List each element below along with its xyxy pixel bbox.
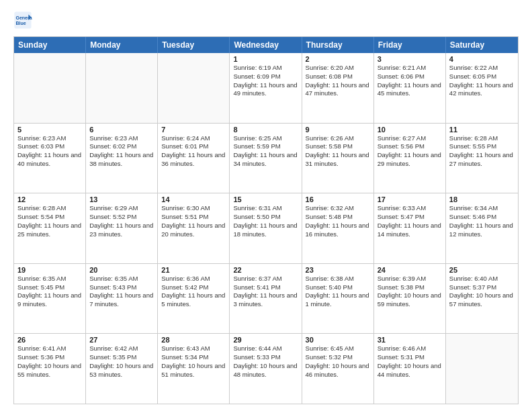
day-number: 10 (378, 126, 442, 134)
day-info: Sunrise: 6:46 AMSunset: 5:31 PMDaylight:… (378, 345, 442, 379)
day-number: 30 (306, 336, 370, 344)
day-cell: 25Sunrise: 6:40 AMSunset: 5:37 PMDayligh… (446, 264, 518, 334)
week-row-5: 26Sunrise: 6:41 AMSunset: 5:36 PMDayligh… (14, 333, 518, 404)
day-cell: 27Sunrise: 6:42 AMSunset: 5:35 PMDayligh… (86, 334, 158, 404)
day-number: 3 (378, 55, 442, 63)
day-number: 2 (306, 55, 370, 63)
day-info: Sunrise: 6:39 AMSunset: 5:38 PMDaylight:… (378, 275, 442, 309)
day-cell: 16Sunrise: 6:32 AMSunset: 5:48 PMDayligh… (302, 193, 374, 263)
day-number: 5 (17, 126, 82, 134)
day-cell: 15Sunrise: 6:31 AMSunset: 5:50 PMDayligh… (230, 193, 302, 263)
day-info: Sunrise: 6:20 AMSunset: 6:08 PMDaylight:… (306, 64, 370, 98)
day-number: 14 (161, 195, 226, 203)
day-cell: 9Sunrise: 6:26 AMSunset: 5:58 PMDaylight… (302, 124, 374, 193)
day-info: Sunrise: 6:26 AMSunset: 5:58 PMDaylight:… (306, 134, 370, 169)
day-header-wednesday: Wednesday (230, 37, 302, 53)
day-cell: 21Sunrise: 6:36 AMSunset: 5:42 PMDayligh… (158, 264, 230, 334)
day-info: Sunrise: 6:30 AMSunset: 5:51 PMDaylight:… (161, 204, 226, 238)
day-cell: 31Sunrise: 6:46 AMSunset: 5:31 PMDayligh… (374, 334, 446, 404)
day-number: 8 (233, 126, 298, 134)
day-cell (446, 334, 518, 404)
day-number: 29 (233, 336, 298, 344)
day-info: Sunrise: 6:25 AMSunset: 5:59 PMDaylight:… (233, 134, 298, 169)
day-number: 18 (449, 195, 515, 203)
day-number: 22 (233, 266, 298, 274)
day-cell: 8Sunrise: 6:25 AMSunset: 5:59 PMDaylight… (230, 124, 302, 193)
day-header-sunday: Sunday (14, 37, 86, 53)
day-number: 26 (17, 336, 82, 344)
day-info: Sunrise: 6:35 AMSunset: 5:45 PMDaylight:… (17, 275, 82, 309)
day-number: 24 (378, 266, 442, 274)
day-cell: 18Sunrise: 6:34 AMSunset: 5:46 PMDayligh… (446, 193, 518, 263)
week-row-4: 19Sunrise: 6:35 AMSunset: 5:45 PMDayligh… (14, 263, 518, 334)
day-number: 4 (449, 55, 515, 63)
week-row-2: 5Sunrise: 6:23 AMSunset: 6:03 PMDaylight… (14, 123, 518, 193)
day-info: Sunrise: 6:33 AMSunset: 5:47 PMDaylight:… (378, 204, 442, 238)
day-header-friday: Friday (374, 37, 446, 53)
day-cell: 26Sunrise: 6:41 AMSunset: 5:36 PMDayligh… (14, 334, 86, 404)
weeks: 1Sunrise: 6:19 AMSunset: 6:09 PMDaylight… (14, 53, 518, 404)
day-cell: 13Sunrise: 6:29 AMSunset: 5:52 PMDayligh… (86, 193, 158, 263)
day-cell: 2Sunrise: 6:20 AMSunset: 6:08 PMDaylight… (302, 53, 374, 123)
day-info: Sunrise: 6:36 AMSunset: 5:42 PMDaylight:… (161, 275, 226, 309)
day-headers: SundayMondayTuesdayWednesdayThursdayFrid… (14, 37, 518, 53)
day-cell (86, 53, 158, 123)
logo: General Blue (13, 11, 35, 30)
day-cell: 17Sunrise: 6:33 AMSunset: 5:47 PMDayligh… (374, 193, 446, 263)
day-info: Sunrise: 6:21 AMSunset: 6:06 PMDaylight:… (378, 64, 442, 98)
day-cell: 24Sunrise: 6:39 AMSunset: 5:38 PMDayligh… (374, 264, 446, 334)
day-info: Sunrise: 6:38 AMSunset: 5:40 PMDaylight:… (306, 275, 370, 309)
header: General Blue (13, 11, 519, 30)
day-info: Sunrise: 6:42 AMSunset: 5:35 PMDaylight:… (89, 345, 154, 379)
day-cell: 19Sunrise: 6:35 AMSunset: 5:45 PMDayligh… (14, 264, 86, 334)
page: General Blue SundayMondayTuesdayWednesda… (0, 0, 532, 411)
day-number: 6 (89, 126, 154, 134)
day-number: 28 (161, 336, 226, 344)
day-info: Sunrise: 6:35 AMSunset: 5:43 PMDaylight:… (89, 275, 154, 309)
day-number: 7 (161, 126, 226, 134)
day-number: 27 (89, 336, 154, 344)
day-cell: 28Sunrise: 6:43 AMSunset: 5:34 PMDayligh… (158, 334, 230, 404)
day-info: Sunrise: 6:44 AMSunset: 5:33 PMDaylight:… (233, 345, 298, 379)
day-cell: 1Sunrise: 6:19 AMSunset: 6:09 PMDaylight… (230, 53, 302, 123)
day-number: 9 (306, 126, 370, 134)
day-number: 12 (17, 195, 82, 203)
day-number: 21 (161, 266, 226, 274)
day-cell: 12Sunrise: 6:28 AMSunset: 5:54 PMDayligh… (14, 193, 86, 263)
day-number: 31 (378, 336, 442, 344)
day-cell: 20Sunrise: 6:35 AMSunset: 5:43 PMDayligh… (86, 264, 158, 334)
day-info: Sunrise: 6:27 AMSunset: 5:56 PMDaylight:… (378, 134, 442, 169)
day-number: 13 (89, 195, 154, 203)
day-info: Sunrise: 6:32 AMSunset: 5:48 PMDaylight:… (306, 204, 370, 238)
day-cell: 22Sunrise: 6:37 AMSunset: 5:41 PMDayligh… (230, 264, 302, 334)
day-number: 20 (89, 266, 154, 274)
svg-rect-0 (14, 11, 31, 28)
day-cell: 11Sunrise: 6:28 AMSunset: 5:55 PMDayligh… (446, 124, 518, 193)
day-info: Sunrise: 6:37 AMSunset: 5:41 PMDaylight:… (233, 275, 298, 309)
day-info: Sunrise: 6:19 AMSunset: 6:09 PMDaylight:… (233, 64, 298, 98)
day-cell: 23Sunrise: 6:38 AMSunset: 5:40 PMDayligh… (302, 264, 374, 334)
day-number: 1 (233, 55, 298, 63)
day-info: Sunrise: 6:41 AMSunset: 5:36 PMDaylight:… (17, 345, 82, 379)
day-cell: 3Sunrise: 6:21 AMSunset: 6:06 PMDaylight… (374, 53, 446, 123)
day-cell: 29Sunrise: 6:44 AMSunset: 5:33 PMDayligh… (230, 334, 302, 404)
day-number: 15 (233, 195, 298, 203)
day-info: Sunrise: 6:28 AMSunset: 5:55 PMDaylight:… (449, 134, 515, 169)
day-number: 17 (378, 195, 442, 203)
day-header-saturday: Saturday (446, 37, 518, 53)
day-header-tuesday: Tuesday (158, 37, 230, 53)
day-info: Sunrise: 6:28 AMSunset: 5:54 PMDaylight:… (17, 204, 82, 238)
day-number: 16 (306, 195, 370, 203)
day-cell: 5Sunrise: 6:23 AMSunset: 6:03 PMDaylight… (14, 124, 86, 193)
day-number: 19 (17, 266, 82, 274)
svg-text:Blue: Blue (16, 21, 26, 26)
day-number: 23 (306, 266, 370, 274)
day-header-thursday: Thursday (302, 37, 374, 53)
day-cell: 10Sunrise: 6:27 AMSunset: 5:56 PMDayligh… (374, 124, 446, 193)
day-cell (14, 53, 86, 123)
day-info: Sunrise: 6:23 AMSunset: 6:03 PMDaylight:… (17, 134, 82, 169)
day-cell (158, 53, 230, 123)
day-info: Sunrise: 6:22 AMSunset: 6:05 PMDaylight:… (449, 64, 515, 98)
day-header-monday: Monday (86, 37, 158, 53)
week-row-3: 12Sunrise: 6:28 AMSunset: 5:54 PMDayligh… (14, 193, 518, 263)
